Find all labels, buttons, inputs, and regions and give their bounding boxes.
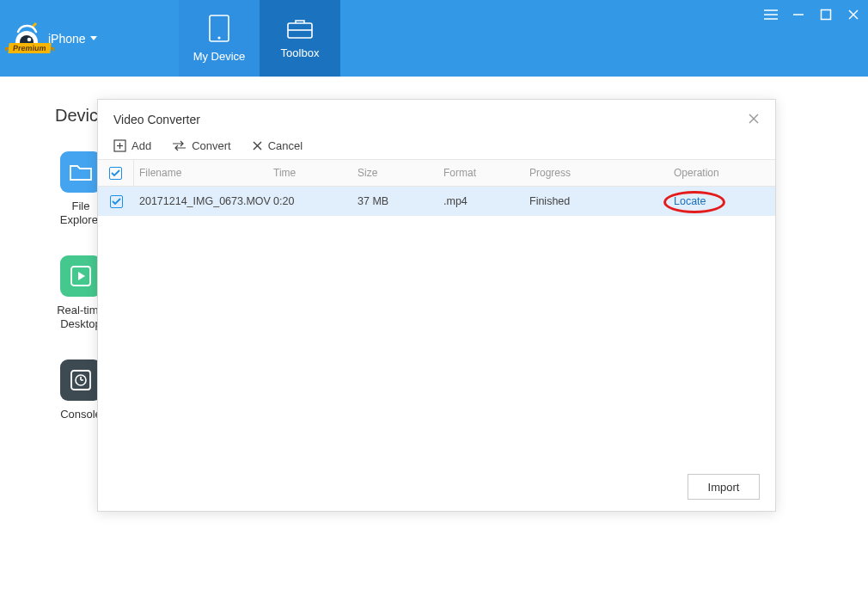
cell-time: 0:20 [273, 195, 358, 207]
dialog-toolbar: Add Convert Cancel [98, 139, 775, 159]
dialog-title: Video Converter [113, 113, 200, 126]
plus-icon [113, 139, 126, 152]
window-controls [763, 7, 861, 22]
video-converter-dialog: Video Converter Add Convert [97, 99, 776, 512]
cell-format: .mp4 [443, 195, 529, 207]
menu-button[interactable] [763, 7, 779, 22]
convert-button[interactable]: Convert [172, 139, 231, 152]
close-window-button[interactable] [846, 7, 861, 22]
col-format: Format [443, 167, 529, 179]
tablet-icon [208, 14, 230, 43]
col-filename: Filename [134, 167, 273, 179]
device-dropdown[interactable]: iPhone [48, 32, 97, 46]
cancel-icon [252, 140, 263, 151]
select-all-checkbox[interactable] [109, 167, 122, 180]
tab-toolbox-label: Toolbox [281, 46, 320, 59]
premium-badge: Premium [8, 43, 51, 53]
device-label-text: iPhone [48, 32, 86, 46]
dialog-footer: Import [98, 463, 775, 511]
highlight-annotation [663, 191, 725, 213]
import-button[interactable]: Import [688, 474, 760, 500]
toolbox-icon [285, 17, 315, 40]
add-button[interactable]: Add [113, 139, 151, 152]
logo-zone: iPhone Premium [0, 0, 112, 77]
maximize-icon [820, 9, 832, 21]
clock-icon [60, 359, 101, 401]
cancel-label: Cancel [268, 139, 303, 152]
folder-icon [60, 151, 101, 193]
tool-console-label: Console [60, 408, 101, 421]
cell-size: 37 MB [358, 195, 443, 207]
col-size: Size [358, 167, 443, 179]
add-label: Add [131, 139, 151, 152]
maximize-button[interactable] [818, 7, 834, 22]
play-icon [60, 255, 101, 297]
tab-my-device-label: My Device [193, 50, 246, 63]
tab-toolbox[interactable]: Toolbox [260, 0, 340, 77]
checkmark-icon [112, 198, 121, 206]
row-checkbox[interactable] [110, 195, 123, 208]
minimize-button[interactable] [791, 7, 806, 22]
col-progress: Progress [529, 167, 674, 179]
svg-marker-15 [78, 272, 85, 280]
close-icon [847, 9, 859, 21]
svg-rect-11 [822, 10, 831, 20]
svg-point-4 [217, 36, 220, 39]
chevron-down-icon [90, 36, 97, 40]
top-bar: iPhone Premium My Device Toolbox [0, 0, 868, 77]
cell-progress: Finished [529, 195, 674, 207]
minimize-icon [792, 9, 804, 21]
locate-link[interactable]: Locate [674, 195, 768, 207]
col-operation: Operation [674, 167, 768, 179]
dialog-close-button[interactable] [748, 113, 760, 127]
top-tabs: My Device Toolbox [179, 0, 340, 77]
col-time: Time [273, 167, 358, 179]
checkmark-icon [111, 169, 120, 177]
dialog-header: Video Converter [98, 100, 775, 139]
tool-file-explorer-label: File Explorer [60, 200, 101, 226]
tab-my-device[interactable]: My Device [179, 0, 260, 77]
cell-filename: 20171214_IMG_0673.MOV [134, 195, 273, 207]
close-icon [748, 113, 760, 125]
cancel-button[interactable]: Cancel [252, 139, 303, 152]
hamburger-icon [764, 9, 778, 20]
table-row[interactable]: 20171214_IMG_0673.MOV 0:20 37 MB .mp4 Fi… [98, 187, 775, 216]
svg-point-2 [28, 37, 32, 41]
convert-label: Convert [192, 139, 231, 152]
convert-icon [172, 140, 186, 151]
table-header: Filename Time Size Format Progress Opera… [98, 159, 775, 187]
